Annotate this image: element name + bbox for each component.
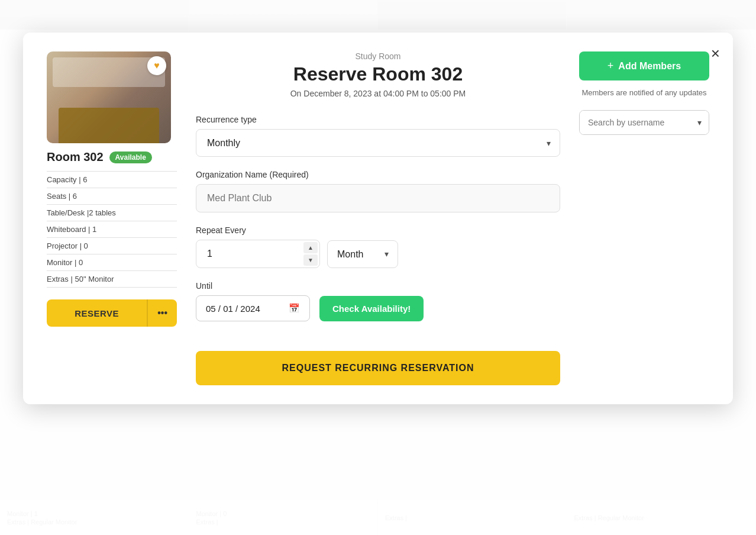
- availability-badge: Available: [109, 152, 152, 163]
- favorite-button[interactable]: ♥: [147, 56, 166, 75]
- until-label: Until: [196, 281, 560, 291]
- repeat-every-group: Repeat Every ▲ ▼ Day Week Month: [196, 225, 560, 268]
- reserve-actions: RESERVE •••: [47, 299, 177, 327]
- room-header: Room 302 Available: [47, 150, 177, 164]
- room-name: Room 302: [47, 150, 104, 164]
- repeat-row: ▲ ▼ Day Week Month Year ▾: [196, 240, 560, 268]
- center-panel: Study Room Reserve Room 302 On December …: [196, 51, 560, 385]
- request-reservation-button[interactable]: REQUEST RECURRING RESERVATION: [196, 351, 560, 385]
- list-item: Monitor | 0: [47, 254, 177, 271]
- org-name-input[interactable]: [196, 184, 560, 212]
- repeat-every-label: Repeat Every: [196, 225, 560, 235]
- repeat-number-input[interactable]: [196, 240, 320, 268]
- modal-overlay: × ♥ Room 302 Available Capacity | 6 Seat…: [0, 0, 756, 535]
- right-panel: + Add Members Members are notified of an…: [579, 51, 709, 385]
- room-details-list: Capacity | 6 Seats | 6 Table/Desk |2 tab…: [47, 171, 177, 288]
- search-members-wrapper[interactable]: ▾: [579, 110, 709, 135]
- add-members-label: Add Members: [618, 61, 681, 72]
- repeat-number-wrapper: ▲ ▼: [196, 240, 320, 268]
- list-item: Projector | 0: [47, 238, 177, 254]
- until-group: Until 📅 Check Availability!: [196, 281, 560, 321]
- room-type-label: Study Room: [196, 51, 560, 61]
- date-input-wrapper[interactable]: 📅: [196, 295, 310, 321]
- add-members-button[interactable]: + Add Members: [579, 51, 709, 80]
- calendar-icon: 📅: [289, 303, 300, 314]
- recurrence-select-wrapper: Does not repeat Daily Weekly Monthly Yea…: [196, 129, 560, 157]
- list-item: Table/Desk |2 tables: [47, 205, 177, 221]
- stepper-up-button[interactable]: ▲: [303, 242, 318, 253]
- stepper-buttons: ▲ ▼: [303, 242, 318, 266]
- until-date-input[interactable]: [206, 304, 283, 314]
- list-item: Whiteboard | 1: [47, 221, 177, 238]
- recurrence-label: Recurrence type: [196, 115, 560, 124]
- plus-icon: +: [608, 60, 614, 72]
- check-availability-button[interactable]: Check Availability!: [319, 296, 424, 321]
- org-label: Organization Name (Required): [196, 170, 560, 179]
- close-button[interactable]: ×: [709, 43, 722, 63]
- reservation-modal: × ♥ Room 302 Available Capacity | 6 Seat…: [23, 33, 733, 404]
- until-row: 📅 Check Availability!: [196, 295, 560, 321]
- recurrence-select[interactable]: Does not repeat Daily Weekly Monthly Yea…: [196, 129, 560, 157]
- list-item: Capacity | 6: [47, 172, 177, 188]
- modal-datetime: On December 8, 2023 at 04:00 PM to 05:00…: [196, 89, 560, 98]
- left-panel: ♥ Room 302 Available Capacity | 6 Seats …: [47, 51, 177, 385]
- heart-icon: ♥: [154, 60, 160, 71]
- list-item: Seats | 6: [47, 188, 177, 205]
- recurrence-type-group: Recurrence type Does not repeat Daily We…: [196, 115, 560, 157]
- modal-title: Reserve Room 302: [196, 63, 560, 85]
- repeat-unit-select[interactable]: Day Week Month Year: [327, 240, 398, 268]
- reserve-button[interactable]: RESERVE: [47, 299, 147, 327]
- search-members-input[interactable]: [580, 111, 709, 134]
- more-options-button[interactable]: •••: [147, 299, 177, 327]
- repeat-unit-wrapper: Day Week Month Year ▾: [327, 240, 398, 268]
- org-name-group: Organization Name (Required): [196, 170, 560, 212]
- room-image-container: ♥: [47, 51, 171, 143]
- members-notice: Members are notified of any updates: [579, 88, 709, 98]
- list-item: Extras | 50" Monitor: [47, 271, 177, 288]
- stepper-down-button[interactable]: ▼: [303, 254, 318, 266]
